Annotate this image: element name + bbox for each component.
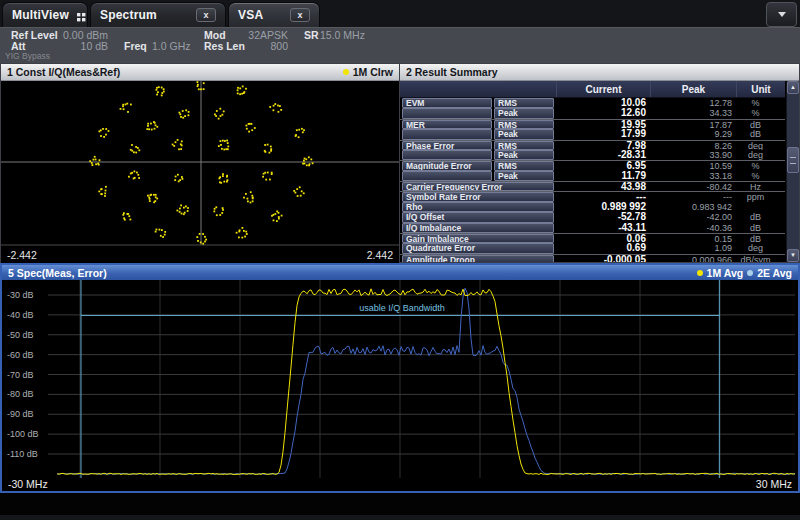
svg-text:-70 dB: -70 dB: [7, 370, 34, 380]
svg-text:-50 dB: -50 dB: [7, 330, 34, 340]
result-table-row: EVMRMS10.0612.78%: [400, 98, 785, 108]
svg-text:-80 dB: -80 dB: [7, 389, 34, 399]
tab-vsa-close-icon[interactable]: x: [290, 8, 310, 22]
svg-text:-110 dB: -110 dB: [7, 449, 38, 459]
yig-bypass-label: YIG Bypass: [5, 51, 50, 61]
result-summary-window: 2 Result Summary Current Peak Unit EVMRM…: [400, 63, 800, 263]
spectrum-plot[interactable]: -30 dB-40 dB-50 dB-60 dB-70 dB-80 dB-90 …: [2, 280, 798, 478]
result-table-row: Symbol Rate Error------ppm: [400, 191, 785, 201]
column-current: Current: [556, 81, 650, 97]
result-table-row: Gain Imbalance0.060.15dB: [400, 233, 785, 243]
svg-text:-60 dB: -60 dB: [7, 350, 34, 360]
spectrum-x-min: -30 MHz: [8, 478, 48, 491]
tab-vsa-label: VSA: [238, 8, 263, 22]
column-unit: Unit: [736, 81, 785, 97]
tab-spectrum-label: Spectrum: [100, 8, 157, 22]
constellation-plot[interactable]: [1, 81, 399, 248]
sr-value[interactable]: 15.0 MHz: [320, 29, 365, 41]
spectrum-window: 5 Spec(Meas, Error) 1M Avg 2E Avg -30 dB…: [0, 263, 800, 493]
svg-text:-40 dB: -40 dB: [7, 310, 34, 320]
bottom-bar: [0, 493, 800, 520]
constellation-x-min: -2.442: [7, 249, 37, 263]
result-table-row: Carrier Frequency Error43.98-80.42Hz: [400, 181, 785, 191]
spectrum-window-header[interactable]: 5 Spec(Meas, Error) 1M Avg 2E Avg: [2, 265, 798, 280]
vsa-screen: MultiView Spectrum x VSA x Ref Level 0.0…: [0, 0, 800, 520]
result-table-row: MERRMS19.9517.87dB: [400, 119, 785, 129]
trace1-mode-label: 1M Clrw: [353, 66, 393, 78]
constellation-window-title: 1 Const I/Q(Meas&Ref): [7, 66, 120, 78]
spectrum-trace-legend: 1M Avg 2E Avg: [697, 267, 792, 279]
chevron-down-icon: [778, 12, 786, 17]
multiview-grid-icon: [77, 11, 86, 20]
result-table-row: Phase ErrorRMS7.988.26deg: [400, 140, 785, 150]
constellation-x-scale: -2.442 2.442: [1, 248, 399, 263]
scroll-down-icon[interactable]: ▼: [787, 249, 799, 262]
result-table-column-header: Current Peak Unit: [400, 81, 785, 98]
result-table-row: Rho0.989 9920.983 942: [400, 202, 785, 212]
result-table-body: EVMRMS10.0612.78%Peak12.6034.33%MERRMS19…: [400, 98, 785, 262]
result-table-row: Magnitude ErrorRMS6.9510.59%: [400, 160, 785, 170]
freq-label: Freq: [124, 40, 147, 52]
res-len-value[interactable]: 800: [230, 40, 288, 52]
tab-spectrum-close-icon[interactable]: x: [196, 8, 216, 22]
spectrum-x-max: 30 MHz: [756, 478, 792, 491]
freq-value[interactable]: 1.0 GHz: [152, 40, 191, 52]
window-menu-button[interactable]: [766, 2, 797, 27]
result-table-scrollbar[interactable]: ▲ ▼: [786, 81, 799, 262]
scroll-thumb[interactable]: [787, 147, 799, 173]
settings-bar: Ref Level 0.00 dBm Mod 32APSK SR 15.0 MH…: [0, 27, 800, 63]
constellation-x-max: 2.442: [367, 249, 393, 263]
svg-text:-30 dB: -30 dB: [7, 290, 34, 300]
meas-trace-label: 1M Avg: [707, 267, 744, 279]
result-table-row: Quadrature Error0.691.09deg: [400, 243, 785, 253]
column-peak: Peak: [650, 81, 736, 97]
result-summary-title: 2 Result Summary: [406, 66, 498, 78]
result-table-row: Amplitude Droop-0.000 050.000 966dB/sym: [400, 254, 785, 262]
svg-text:-100 dB: -100 dB: [7, 429, 39, 439]
trace1-dot-icon: [343, 69, 349, 75]
bottom-bar-inner: [0, 515, 800, 520]
scroll-up-icon[interactable]: ▲: [787, 81, 799, 94]
meas-trace-dot-icon: [697, 270, 703, 276]
result-table-row: Peak17.999.29dB: [400, 129, 785, 139]
result-table-row: I/Q Offset-52.78-42.00dB: [400, 212, 785, 222]
svg-text:-90 dB: -90 dB: [7, 409, 34, 419]
error-trace-dot-icon: [747, 270, 753, 276]
sr-label: SR: [304, 29, 319, 41]
column-spacer: [400, 81, 556, 97]
tab-spectrum[interactable]: Spectrum x: [90, 2, 226, 27]
constellation-window-header[interactable]: 1 Const I/Q(Meas&Ref) 1M Clrw: [1, 64, 399, 81]
result-summary-header[interactable]: 2 Result Summary: [400, 64, 799, 81]
result-table-row: Peak12.6034.33%: [400, 108, 785, 118]
result-table-row: I/Q Imbalance-43.11-40.36dB: [400, 223, 785, 233]
error-trace-label: 2E Avg: [757, 267, 792, 279]
tab-multiview[interactable]: MultiView: [2, 2, 88, 27]
result-table-row: Peak-28.3133.90deg: [400, 150, 785, 160]
tab-multiview-label: MultiView: [12, 8, 69, 22]
spectrum-x-scale: -30 MHz 30 MHz: [2, 478, 798, 491]
tab-bar: MultiView Spectrum x VSA x: [0, 0, 800, 27]
spectrum-window-title: 5 Spec(Meas, Error): [8, 267, 107, 279]
tab-vsa[interactable]: VSA x: [228, 2, 320, 27]
result-table-row: Peak11.7933.18%: [400, 171, 785, 181]
svg-text:usable I/Q Bandwidth: usable I/Q Bandwidth: [359, 303, 445, 313]
constellation-window: 1 Const I/Q(Meas&Ref) 1M Clrw -2.442 2.4…: [0, 63, 400, 263]
constellation-trace-legend: 1M Clrw: [343, 66, 393, 78]
att-value[interactable]: 10 dB: [58, 40, 108, 52]
